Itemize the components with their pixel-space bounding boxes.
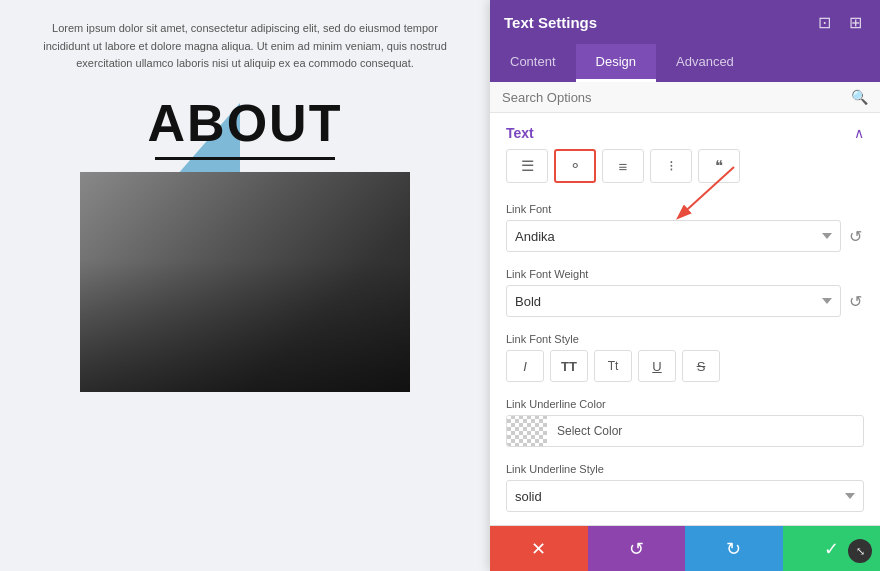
search-input[interactable]	[502, 90, 843, 105]
person-photo	[80, 172, 410, 392]
align-list2-button[interactable]: ⁝	[650, 149, 692, 183]
panel-body: Text ∧ ☰ ⚬ ≡ ⁝ ❝ Link Font	[490, 113, 880, 525]
link-font-field: Link Font Andika Arial Georgia ↺	[490, 195, 880, 260]
about-underline	[155, 157, 335, 160]
bold-tt-button[interactable]: TT	[550, 350, 588, 382]
list2-icon: ⁝	[669, 157, 674, 175]
color-picker-field[interactable]: Select Color	[506, 415, 864, 447]
search-bar: 🔍	[490, 82, 880, 113]
italic-icon: I	[523, 359, 527, 374]
search-icon: 🔍	[851, 89, 868, 105]
link-underline-color-label: Link Underline Color	[506, 398, 864, 410]
align-list1-button[interactable]: ≡	[602, 149, 644, 183]
link-font-weight-label: Link Font Weight	[506, 268, 864, 280]
tab-design[interactable]: Design	[576, 44, 656, 82]
canvas-area: Lorem ipsum dolor sit amet, consectetur …	[0, 0, 490, 571]
title-case-button[interactable]: Tt	[594, 350, 632, 382]
panel-footer: ✕ ↺ ↻ ✓	[490, 525, 880, 571]
corner-icon: ⤡	[848, 539, 872, 563]
link-font-select-wrap: Andika Arial Georgia ↺	[506, 220, 864, 252]
link-underline-style-select[interactable]: solid dashed dotted	[506, 480, 864, 512]
layout-icon-button[interactable]: ⊞	[845, 11, 866, 34]
link-font-style-field: Link Font Style I TT Tt U S	[490, 325, 880, 390]
align-link-button[interactable]: ⚬	[554, 149, 596, 183]
style-buttons-group: I TT Tt U S	[506, 350, 864, 382]
save-icon: ✓	[824, 538, 839, 560]
strikethrough-icon: S	[697, 359, 706, 374]
link-font-weight-reset-button[interactable]: ↺	[847, 290, 864, 313]
tab-content[interactable]: Content	[490, 44, 576, 82]
about-container: ABOUT	[40, 93, 450, 392]
link-font-weight-select-wrap: Bold Regular Light ↺	[506, 285, 864, 317]
link-underline-color-field: Link Underline Color Select Color	[490, 390, 880, 455]
align-quote-button[interactable]: ❝	[698, 149, 740, 183]
panel-title: Text Settings	[504, 14, 597, 31]
select-color-label: Select Color	[547, 424, 863, 438]
panel-tabs: Content Design Advanced	[490, 44, 880, 82]
align-left-icon: ☰	[521, 157, 534, 175]
link-icon: ⚬	[569, 157, 582, 175]
align-buttons-group: ☰ ⚬ ≡ ⁝ ❝	[490, 149, 880, 195]
color-checker-swatch	[507, 415, 547, 447]
panel-header-icons: ⊡ ⊞	[814, 11, 866, 34]
section-chevron-icon[interactable]: ∧	[854, 125, 864, 141]
link-underline-style-label: Link Underline Style	[506, 463, 864, 475]
link-font-weight-field: Link Font Weight Bold Regular Light ↺	[490, 260, 880, 325]
italic-button[interactable]: I	[506, 350, 544, 382]
title-case-icon: Tt	[608, 359, 619, 373]
strikethrough-button[interactable]: S	[682, 350, 720, 382]
redo-button[interactable]: ↻	[685, 526, 783, 571]
canvas-content: Lorem ipsum dolor sit amet, consectetur …	[0, 0, 490, 412]
tab-advanced[interactable]: Advanced	[656, 44, 754, 82]
underline-button[interactable]: U	[638, 350, 676, 382]
link-font-reset-button[interactable]: ↺	[847, 225, 864, 248]
link-underline-style-field: Link Underline Style solid dashed dotted	[490, 455, 880, 520]
undo-icon: ↺	[629, 538, 644, 560]
link-font-label: Link Font	[506, 203, 864, 215]
panel-header: Text Settings ⊡ ⊞	[490, 0, 880, 44]
about-title: ABOUT	[40, 93, 450, 153]
corner-icon-symbol: ⤡	[856, 545, 865, 558]
align-left-button[interactable]: ☰	[506, 149, 548, 183]
cancel-icon: ✕	[531, 538, 546, 560]
quote-icon: ❝	[715, 157, 723, 175]
cancel-button[interactable]: ✕	[490, 526, 588, 571]
link-font-style-label: Link Font Style	[506, 333, 864, 345]
list1-icon: ≡	[619, 158, 628, 175]
bold-tt-icon: TT	[561, 359, 577, 374]
settings-panel: Text Settings ⊡ ⊞ Content Design Advance…	[490, 0, 880, 571]
lorem-text: Lorem ipsum dolor sit amet, consectetur …	[40, 20, 450, 73]
undo-button[interactable]: ↺	[588, 526, 686, 571]
section-header: Text ∧	[490, 113, 880, 149]
redo-icon: ↻	[726, 538, 741, 560]
responsive-icon-button[interactable]: ⊡	[814, 11, 835, 34]
link-font-weight-select[interactable]: Bold Regular Light	[506, 285, 841, 317]
link-font-select[interactable]: Andika Arial Georgia	[506, 220, 841, 252]
section-title: Text	[506, 125, 534, 141]
underline-icon: U	[652, 359, 661, 374]
